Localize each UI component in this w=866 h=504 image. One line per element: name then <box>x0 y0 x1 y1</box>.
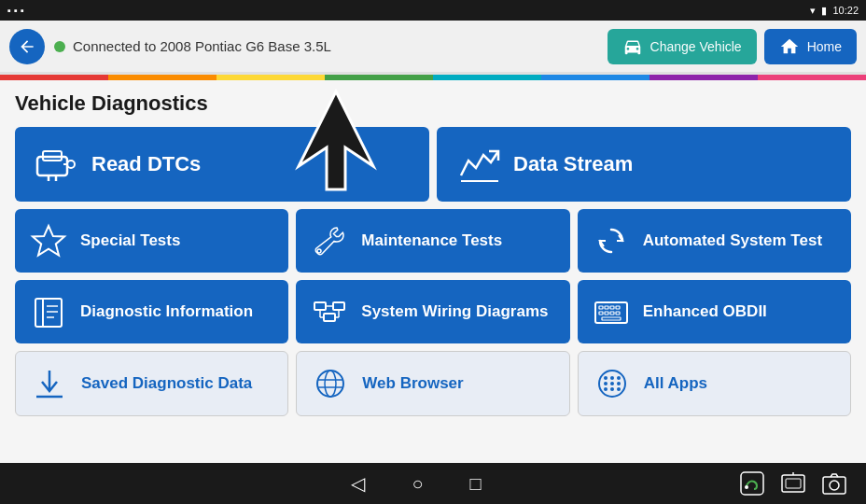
apps-icon <box>594 365 631 402</box>
page-title: Vehicle Diagnostics <box>15 91 851 116</box>
svg-rect-49 <box>741 472 763 495</box>
header-buttons: Change Vehicle Home <box>608 29 857 64</box>
engine-icon <box>34 142 78 187</box>
svg-rect-15 <box>314 302 326 310</box>
status-bar: ▪ ▪ ▪ ▾ ▮ 10:22 <box>0 0 866 21</box>
connection-info: Connected to 2008 Pontiac G6 Base 3.5L <box>54 38 598 54</box>
snapdragon-icon <box>739 470 765 497</box>
home-button[interactable]: Home <box>764 29 857 64</box>
data-stream-label: Data Stream <box>513 152 633 176</box>
last-row: Saved Diagnostic Data Web Browser <box>15 351 851 416</box>
web-browser-label: Web Browser <box>362 374 463 393</box>
back-button[interactable] <box>9 29 45 64</box>
change-vehicle-label: Change Vehicle <box>650 39 742 54</box>
all-apps-label: All Apps <box>644 374 707 393</box>
maintenance-tests-card[interactable]: Maintenance Tests <box>296 209 569 273</box>
bottom-row: Diagnostic Information System Wiring Dia… <box>15 280 851 343</box>
svg-point-42 <box>617 376 621 380</box>
status-bar-left: ▪ ▪ ▪ <box>7 5 24 16</box>
svg-point-46 <box>604 387 608 391</box>
all-apps-card[interactable]: All Apps <box>578 351 851 416</box>
wiring-icon <box>311 293 348 330</box>
svg-rect-24 <box>599 306 603 309</box>
svg-rect-26 <box>610 306 614 309</box>
battery-icon: ▮ <box>821 5 827 17</box>
home-icon <box>779 36 800 57</box>
svg-rect-28 <box>599 312 603 315</box>
car-icon <box>622 36 643 57</box>
status-bar-right: ▾ ▮ 10:22 <box>810 5 859 17</box>
sync-icon <box>593 222 630 259</box>
star-icon <box>30 222 67 259</box>
svg-rect-30 <box>610 312 614 315</box>
svg-rect-10 <box>35 299 62 327</box>
svg-rect-25 <box>605 306 608 309</box>
book-icon <box>30 293 67 330</box>
svg-point-47 <box>610 387 614 391</box>
svg-point-55 <box>830 481 839 490</box>
main-content: Vehicle Diagnostics Read DTCs <box>0 80 866 463</box>
keyboard-icon <box>593 293 630 330</box>
svg-rect-31 <box>616 312 620 315</box>
svg-point-9 <box>317 249 321 253</box>
web-browser-card[interactable]: Web Browser <box>296 351 569 416</box>
read-dtcs-card[interactable]: Read DTCs <box>15 127 429 202</box>
svg-rect-54 <box>823 477 845 494</box>
nav-bar-right <box>739 470 847 497</box>
diagnostic-information-card[interactable]: Diagnostic Information <box>15 280 288 343</box>
middle-row: Special Tests Maintenance Tests Automate… <box>15 209 851 273</box>
connection-dot <box>54 41 65 52</box>
svg-rect-27 <box>616 306 620 309</box>
read-dtcs-label: Read DTCs <box>91 152 201 176</box>
svg-point-50 <box>745 485 748 489</box>
svg-point-41 <box>610 376 614 380</box>
svg-point-35 <box>317 371 343 397</box>
home-label: Home <box>807 39 842 54</box>
automated-system-test-label: Automated System Test <box>643 231 822 250</box>
grid-container: Read DTCs Data Stream Special Tests <box>15 127 851 416</box>
top-row: Read DTCs Data Stream <box>15 127 851 202</box>
download-icon <box>31 365 68 402</box>
data-stream-card[interactable]: Data Stream <box>437 127 851 202</box>
svg-rect-17 <box>324 314 335 321</box>
wifi-icon: ▾ <box>810 5 816 17</box>
svg-point-44 <box>610 382 614 385</box>
back-nav-button[interactable]: ◁ <box>351 472 365 495</box>
home-nav-button[interactable]: ○ <box>412 473 423 495</box>
svg-point-45 <box>617 382 621 385</box>
globe-icon <box>312 365 349 402</box>
screenshot-icon <box>780 470 806 497</box>
data-stream-icon <box>455 142 500 187</box>
back-icon <box>18 37 36 56</box>
nav-bar-center: ◁ ○ □ <box>93 472 739 495</box>
status-icons: ▪ ▪ ▪ <box>7 5 24 16</box>
change-vehicle-button[interactable]: Change Vehicle <box>608 29 757 64</box>
svg-rect-52 <box>786 479 801 488</box>
svg-rect-16 <box>333 302 344 310</box>
saved-diagnostic-data-label: Saved Diagnostic Data <box>81 374 252 393</box>
svg-point-48 <box>617 387 621 391</box>
time-display: 10:22 <box>832 5 859 16</box>
svg-point-43 <box>604 382 608 385</box>
special-tests-card[interactable]: Special Tests <box>15 209 288 273</box>
maintenance-tests-label: Maintenance Tests <box>361 231 502 250</box>
enhanced-obdii-label: Enhanced OBDII <box>643 302 767 321</box>
system-wiring-diagrams-label: System Wiring Diagrams <box>361 302 548 321</box>
svg-point-40 <box>604 376 608 380</box>
connection-text: Connected to 2008 Pontiac G6 Base 3.5L <box>73 38 331 54</box>
enhanced-obdii-card[interactable]: Enhanced OBDII <box>578 280 851 343</box>
svg-rect-32 <box>602 317 621 320</box>
saved-diagnostic-data-card[interactable]: Saved Diagnostic Data <box>15 351 288 416</box>
system-wiring-diagrams-card[interactable]: System Wiring Diagrams <box>296 280 569 343</box>
recents-nav-button[interactable]: □ <box>470 473 482 495</box>
nav-bar: ◁ ○ □ <box>0 463 866 504</box>
header: Connected to 2008 Pontiac G6 Base 3.5L C… <box>0 21 866 75</box>
svg-rect-29 <box>605 312 608 315</box>
camera-icon <box>821 470 847 497</box>
svg-marker-8 <box>33 226 64 256</box>
automated-system-test-card[interactable]: Automated System Test <box>578 209 851 273</box>
wrench-icon <box>311 222 348 259</box>
svg-point-36 <box>325 371 336 397</box>
special-tests-label: Special Tests <box>80 231 180 250</box>
diagnostic-information-label: Diagnostic Information <box>80 302 253 321</box>
